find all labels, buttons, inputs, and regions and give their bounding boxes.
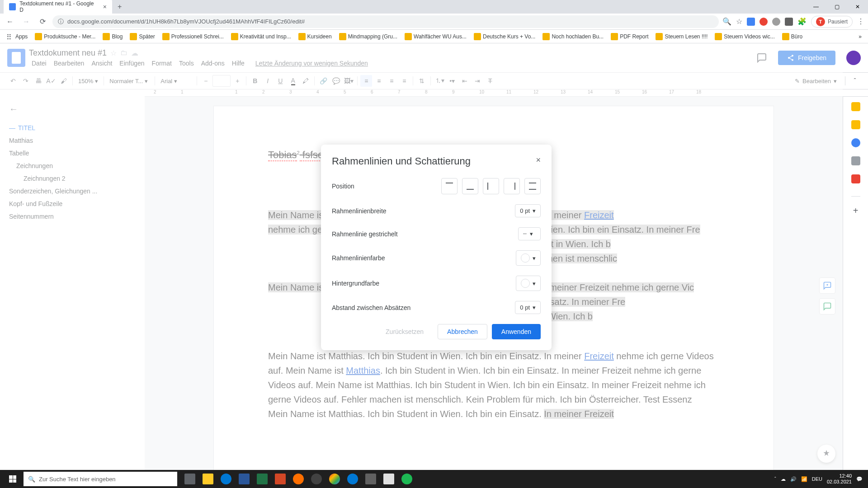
taskbar-excel[interactable] (253, 470, 271, 488)
docs-favicon (9, 3, 16, 10)
tray-volume-icon[interactable]: 🔊 (790, 476, 797, 482)
address-bar[interactable]: ⓘ docs.google.com/document/d/1hUH8k6h7Lb… (52, 15, 719, 28)
site-info-icon[interactable]: ⓘ (58, 18, 64, 26)
bg-color-select[interactable]: ▾ (516, 276, 541, 291)
chrome-toolbar: ← → ⟳ ⓘ docs.google.com/document/d/1hUH8… (0, 14, 868, 30)
cancel-button[interactable]: Abbrechen (438, 324, 487, 339)
position-label: Position (332, 183, 354, 190)
apply-button[interactable]: Anwenden (492, 324, 541, 339)
new-tab-button[interactable]: + (118, 3, 122, 11)
bookmark-item[interactable]: Mindmapping (Gru... (336, 31, 400, 42)
maximize-button[interactable]: ▢ (826, 0, 847, 14)
profile-paused-badge[interactable]: T Pausiert (811, 16, 853, 28)
contacts-icon[interactable] (851, 156, 860, 165)
bookmark-item[interactable]: Steuern Videos wic... (712, 31, 778, 42)
dialog-title: Rahmenlinien und Schattierung (332, 155, 541, 167)
border-left-button[interactable] (483, 178, 499, 194)
calendar-icon[interactable] (851, 102, 860, 111)
bookmark-item[interactable]: PDF Report (608, 31, 651, 42)
bookmarks-bar: ⠿Apps Produktsuche - Mer... Blog Später … (0, 30, 868, 43)
extension-icon-4[interactable] (785, 18, 793, 26)
bookmark-item[interactable]: Kursideen (296, 31, 335, 42)
chrome-menu-icon[interactable]: ⋮ (857, 17, 864, 26)
border-width-select[interactable]: 0 pt▾ (515, 204, 541, 217)
folder-icon (611, 33, 618, 40)
bookmark-item[interactable]: Produktsuche - Mer... (32, 31, 98, 42)
forward-button[interactable]: → (20, 15, 33, 28)
start-button[interactable] (2, 470, 24, 488)
tab-title: Textdokument neu #1 - Google D (19, 0, 96, 13)
border-top-button[interactable] (441, 178, 458, 194)
bookmark-item[interactable]: Blog (100, 31, 125, 42)
extension-icon-3[interactable] (772, 18, 780, 26)
maps-icon[interactable] (851, 174, 860, 183)
border-between-button[interactable] (524, 178, 541, 194)
close-window-button[interactable]: ✕ (847, 0, 868, 14)
bg-color-label: Hintergrundfarbe (332, 280, 379, 287)
taskbar-chrome[interactable] (326, 470, 344, 488)
border-dash-label: Rahmenlinie gestrichelt (332, 230, 398, 238)
folder-icon (339, 33, 346, 40)
bookmark-item[interactable]: Deutsche Kurs + Vo... (471, 31, 538, 42)
border-right-button[interactable] (504, 178, 520, 194)
border-bottom-button[interactable] (462, 178, 478, 194)
reset-button[interactable]: Zurücksetzen (376, 324, 433, 339)
folder-icon (656, 33, 663, 40)
folder-icon (103, 33, 110, 40)
border-dash-select[interactable]: ┄▾ (518, 227, 541, 240)
user-avatar[interactable] (846, 51, 861, 65)
taskbar-explorer[interactable] (199, 470, 217, 488)
taskbar-edge[interactable] (217, 470, 235, 488)
search-icon: 🔍 (28, 476, 35, 483)
taskbar-powerpoint[interactable] (271, 470, 289, 488)
tray-expand-icon[interactable]: ˆ (774, 476, 776, 482)
bookmark-item[interactable]: Noch hochladen Bu... (540, 31, 606, 42)
close-dialog-icon[interactable]: × (536, 155, 541, 165)
border-color-select[interactable]: ▾ (516, 250, 541, 266)
bookmark-item[interactable]: Später (127, 31, 157, 42)
folder-icon (782, 33, 789, 40)
extension-icon-2[interactable] (760, 18, 768, 26)
folder-icon (130, 33, 137, 40)
back-button[interactable]: ← (4, 15, 16, 28)
bookmark-item[interactable]: Wahlfächer WU Aus... (402, 31, 469, 42)
windows-taskbar: 🔍 Zur Suche Text hier eingeben ˆ ☁ 🔊 📶 D… (0, 470, 868, 488)
extensions-menu-icon[interactable]: 🧩 (797, 17, 807, 26)
add-addon-icon[interactable]: + (853, 206, 859, 216)
folder-icon (405, 33, 412, 40)
taskbar-word[interactable] (235, 470, 253, 488)
taskbar-clock[interactable]: 12:40 02.03.2021 (827, 473, 852, 485)
task-view-button[interactable] (181, 470, 199, 488)
extension-icon-1[interactable] (747, 18, 755, 26)
tray-wifi-icon[interactable]: 📶 (801, 476, 807, 482)
close-tab-icon[interactable]: × (103, 3, 107, 10)
reload-button[interactable]: ⟳ (36, 15, 49, 28)
tasks-icon[interactable] (851, 138, 860, 147)
tray-language[interactable]: DEU (812, 476, 822, 482)
taskbar-app-4[interactable] (380, 470, 398, 488)
keep-icon[interactable] (851, 120, 860, 129)
borders-shading-dialog: Rahmenlinien und Schattierung × Position… (321, 145, 552, 350)
bookmark-item[interactable]: Büro (779, 31, 805, 42)
taskbar-edge-2[interactable] (344, 470, 362, 488)
browser-tab[interactable]: Textdokument neu #1 - Google D × (4, 0, 112, 16)
taskbar-app-2[interactable] (307, 470, 326, 488)
bookmark-item[interactable]: Professionell Schrei... (160, 31, 226, 42)
bookmark-item[interactable]: Kreativität und Insp... (228, 31, 294, 42)
apps-shortcut[interactable]: ⠿Apps (4, 31, 30, 42)
notification-icon[interactable]: 💬 (856, 476, 863, 482)
taskbar-spotify[interactable] (398, 470, 416, 488)
minimize-button[interactable]: — (806, 0, 826, 14)
bookmark-item[interactable]: Steuern Lesen !!!! (653, 31, 710, 42)
taskbar-search[interactable]: 🔍 Zur Suche Text hier eingeben (24, 472, 177, 486)
taskbar-app-1[interactable] (289, 470, 307, 488)
collapse-toolbar-button[interactable]: ˆ (849, 75, 861, 87)
zoom-icon[interactable]: 🔍 (722, 17, 731, 26)
para-spacing-select[interactable]: 0 pt▾ (515, 301, 541, 314)
bookmark-star-icon[interactable]: ☆ (736, 17, 742, 26)
folder-icon (231, 33, 238, 40)
tray-onedrive-icon[interactable]: ☁ (781, 476, 786, 482)
folder-icon (715, 33, 722, 40)
taskbar-app-3[interactable] (362, 470, 380, 488)
bookmarks-overflow[interactable]: » (856, 32, 864, 42)
